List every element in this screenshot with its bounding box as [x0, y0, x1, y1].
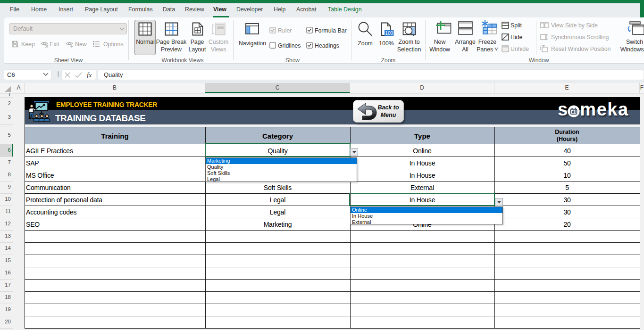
svg-text:fx: fx [87, 72, 92, 78]
svg-text:100: 100 [385, 31, 393, 36]
